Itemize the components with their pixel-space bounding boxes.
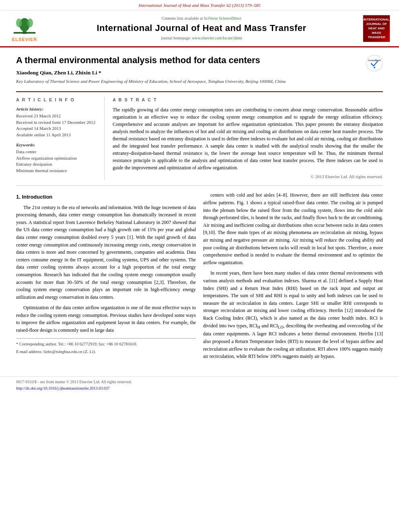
body-columns: 1. Introduction The 21st century is the … bbox=[16, 191, 383, 363]
intro-paragraph-1: The 21st century is the era of networks … bbox=[16, 204, 196, 301]
journal-icon-right: INTERNATIONALJOURNAL OFHEAT AND MASSTRAN… bbox=[360, 15, 393, 42]
abstract-text: The rapidly growing of data center energ… bbox=[113, 106, 383, 171]
article-title-section: A thermal environmental analysis method … bbox=[16, 55, 383, 92]
svg-rect-4 bbox=[14, 32, 36, 34]
right-paragraph-2: In recent years, there have been many st… bbox=[203, 269, 383, 360]
svg-point-7 bbox=[374, 67, 375, 68]
footnotes: * Corresponding author. Tel.: +86 10 627… bbox=[16, 338, 196, 355]
intro-paragraph-2: Optimization of the data center airflow … bbox=[16, 304, 196, 334]
footnote-email: E-mail address: lizhx@tsinghua.edu.cn (Z… bbox=[16, 349, 196, 355]
crossmark: CrossMark bbox=[366, 55, 383, 74]
keyword-4: Minimum thermal resistance bbox=[16, 168, 99, 174]
keywords-section: Keywords: Data center Airflow organizati… bbox=[16, 142, 99, 174]
article-info-column: A R T I C L E I N F O Article history: R… bbox=[16, 97, 105, 180]
elsevier-tree-icon bbox=[10, 14, 39, 36]
keyword-2: Airflow organization optimization bbox=[16, 155, 99, 161]
journal-center-block: Contents lists available at SciVerse Sci… bbox=[47, 16, 356, 41]
article-info-heading: A R T I C L E I N F O bbox=[16, 97, 99, 103]
keyword-3: Entransy dissipation bbox=[16, 161, 99, 167]
journal-header: ELSEVIER Contents lists available at Sci… bbox=[0, 10, 399, 47]
article-authors: Xiaodong Qian, Zhen Li, Zhixin Li * bbox=[16, 69, 383, 77]
article-history: Article history: Received 23 March 2012 … bbox=[16, 106, 99, 138]
journal-cover-icon: INTERNATIONALJOURNAL OFHEAT AND MASSTRAN… bbox=[363, 15, 390, 42]
journal-reference-bar: International Journal of Heat and Mass T… bbox=[0, 0, 399, 10]
footer-doi[interactable]: http://dx.doi.org/10.1016/j.ijheatmasstr… bbox=[16, 386, 383, 391]
svg-text:CrossMark: CrossMark bbox=[368, 59, 381, 62]
abstract-column: A B S T R A C T The rapidly growing of d… bbox=[113, 97, 383, 180]
abstract-heading: A B S T R A C T bbox=[113, 97, 383, 103]
body-column-left: 1. Introduction The 21st century is the … bbox=[16, 191, 196, 363]
author-names: Xiaodong Qian, Zhen Li, Zhixin Li * bbox=[16, 70, 101, 76]
right-paragraph-1: centers with cold and hot aisles [4–8]. … bbox=[203, 191, 383, 266]
received-date: Received 23 March 2012 bbox=[16, 113, 99, 119]
keyword-1: Data center bbox=[16, 149, 99, 155]
elsevier-label: ELSEVIER bbox=[12, 37, 37, 43]
homepage-line: journal homepage: www.elsevier.com/locat… bbox=[47, 35, 356, 41]
crossmark-icon: CrossMark bbox=[366, 55, 383, 72]
footer-issn: 0017-9310/$ - see front matter © 2013 El… bbox=[16, 379, 383, 385]
sciverse-line: Contents lists available at SciVerse Sci… bbox=[47, 16, 356, 21]
footer-bar: 0017-9310/$ - see front matter © 2013 El… bbox=[0, 376, 399, 394]
article-affiliation: Key Laboratory of Thermal Science and Po… bbox=[16, 78, 383, 84]
accepted-date: Accepted 14 March 2013 bbox=[16, 125, 99, 131]
svg-point-3 bbox=[27, 18, 33, 27]
journal-title: International Journal of Heat and Mass T… bbox=[47, 22, 356, 35]
keywords-label: Keywords: bbox=[16, 142, 99, 148]
history-label: Article history: bbox=[16, 106, 99, 112]
copyright-line: © 2013 Elsevier Ltd. All rights reserved… bbox=[113, 171, 383, 180]
revised-date: Received in revised form 17 December 201… bbox=[16, 119, 99, 125]
journal-reference-text: International Journal of Heat and Mass T… bbox=[139, 3, 261, 8]
sciverse-link[interactable]: SciVerse ScienceDirect bbox=[204, 16, 242, 21]
article-meta-row: A R T I C L E I N F O Article history: R… bbox=[16, 97, 383, 186]
homepage-url[interactable]: www.elsevier.com/locate/ijhmt bbox=[192, 36, 242, 40]
footnote-corresponding: * Corresponding author. Tel.: +86 10 627… bbox=[16, 341, 196, 347]
available-date: Available online 11 April 2013 bbox=[16, 132, 99, 138]
article-title: A thermal environmental analysis method … bbox=[16, 55, 383, 66]
section-title-intro: 1. Introduction bbox=[16, 193, 196, 201]
svg-point-2 bbox=[16, 18, 22, 27]
svg-point-5 bbox=[366, 55, 383, 71]
elsevier-logo: ELSEVIER bbox=[6, 14, 43, 43]
body-column-right: centers with cold and hot aisles [4–8]. … bbox=[203, 191, 383, 363]
main-content: A thermal environmental analysis method … bbox=[0, 47, 399, 371]
